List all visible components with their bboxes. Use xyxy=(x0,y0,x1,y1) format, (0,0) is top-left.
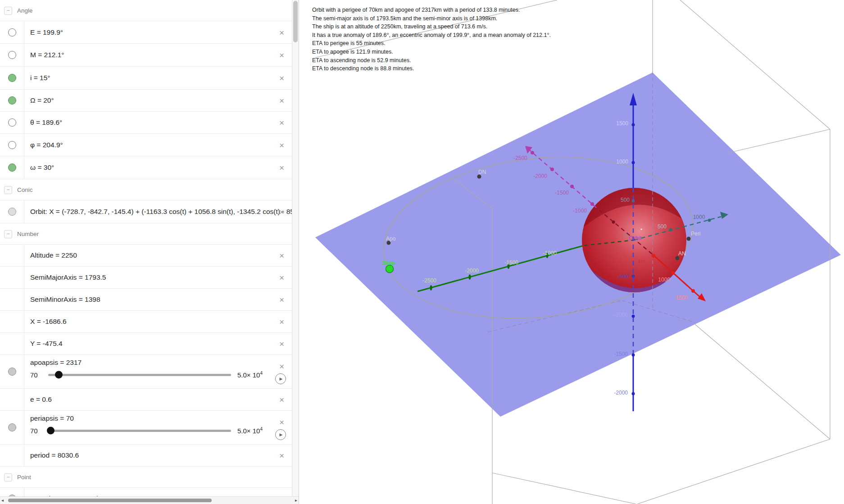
section-title: Angle xyxy=(17,7,33,14)
close-icon[interactable]: × xyxy=(279,96,284,105)
scroll-right-arrow-icon[interactable]: ▸ xyxy=(295,497,297,504)
row-omega: ω = 30° × xyxy=(0,156,292,179)
z-tick-label-neg500: -500 xyxy=(618,273,629,280)
visibility-marble[interactable] xyxy=(8,118,16,127)
close-icon[interactable]: × xyxy=(279,340,284,348)
collapse-button[interactable]: − xyxy=(4,230,12,238)
collapse-button[interactable]: − xyxy=(4,7,12,15)
z-tick-label-500: 500 xyxy=(621,197,630,203)
value-text[interactable]: Altitude = 2250 xyxy=(24,251,292,259)
z-tick-label-neg1500: -1500 xyxy=(614,351,628,357)
horizontal-scrollbar-thumb[interactable] xyxy=(8,499,212,502)
geogebra-window: − Angle E = 199.9° × M = 212.1° × i = 15… xyxy=(0,0,844,504)
x-tick-1000 xyxy=(671,271,675,275)
close-icon[interactable]: × xyxy=(279,51,284,59)
value-text[interactable]: e = 0.6 xyxy=(24,395,292,404)
close-icon[interactable]: × xyxy=(279,28,284,36)
x-tick-500 xyxy=(652,254,655,258)
visibility-marble[interactable] xyxy=(8,74,16,82)
slider-min-label: 70 xyxy=(30,427,48,435)
point-ship[interactable] xyxy=(386,265,394,273)
row-y: Y = -475.4 × xyxy=(0,333,292,355)
section-title: Conic xyxy=(17,186,33,193)
visibility-marble[interactable] xyxy=(8,28,16,36)
z-tick-1000 xyxy=(632,161,635,164)
slider-value-label[interactable]: periapsis = 70 xyxy=(30,414,292,422)
collapse-button[interactable]: − xyxy=(4,473,12,481)
value-text[interactable]: Orbit: X = (-728.7, -842.7, -145.4) + (-… xyxy=(24,208,292,216)
value-text[interactable]: i = 15° xyxy=(24,74,292,82)
close-icon[interactable]: × xyxy=(279,318,284,326)
row-M: M = 212.1° × xyxy=(0,44,292,67)
close-icon[interactable]: × xyxy=(279,362,284,371)
y-tick-label-1000: 1000 xyxy=(693,214,705,220)
collapse-button[interactable]: − xyxy=(4,186,12,194)
row-an-point: AN = (663.8, 241.6, 0) × xyxy=(0,488,292,497)
scene-canvas[interactable]: 15001000500-500-1000-1500-2000-2500-2000… xyxy=(299,0,844,504)
close-icon[interactable]: × xyxy=(279,208,284,216)
x-tick-neg2500 xyxy=(531,151,534,154)
value-text[interactable]: SemiMajorAxis = 1793.5 xyxy=(24,273,292,282)
vertical-scrollbar[interactable] xyxy=(292,0,299,497)
close-icon[interactable]: × xyxy=(279,118,284,127)
periapsis-slider-thumb[interactable] xyxy=(47,427,54,435)
value-text[interactable]: SemiMinorAxis = 1398 xyxy=(24,295,292,304)
section-header-number: − Number xyxy=(0,223,292,245)
apoapsis-slider-track[interactable] xyxy=(48,374,231,376)
value-text[interactable]: Y = -475.4 xyxy=(24,340,292,348)
close-icon[interactable]: × xyxy=(279,273,284,282)
point-periapsis[interactable] xyxy=(687,237,691,241)
visibility-marble[interactable] xyxy=(8,141,16,149)
visibility-marble[interactable] xyxy=(8,163,16,172)
visibility-marble[interactable] xyxy=(8,368,16,376)
y-tick-label-neg2000: -2000 xyxy=(465,268,479,274)
close-icon[interactable]: × xyxy=(279,395,284,404)
value-text[interactable]: period = 8030.6 xyxy=(24,451,292,459)
x-tick-label-neg2500: -2500 xyxy=(513,155,527,161)
scroll-left-arrow-icon[interactable]: ◂ xyxy=(1,497,4,504)
graphics-3d-view[interactable]: 15001000500-500-1000-1500-2000-2500-2000… xyxy=(299,0,844,504)
visibility-marble[interactable] xyxy=(8,96,16,104)
y-tick-neg2000 xyxy=(468,274,471,280)
slider-min-label: 70 xyxy=(30,371,48,379)
close-icon[interactable]: × xyxy=(279,295,284,304)
x-tick-neg2000 xyxy=(550,168,554,171)
close-icon[interactable]: × xyxy=(279,251,284,260)
value-text[interactable]: ω = 30° xyxy=(24,163,292,172)
close-icon[interactable]: × xyxy=(279,141,284,149)
z-tick-neg1000 xyxy=(632,315,635,318)
value-text[interactable]: X = -1686.6 xyxy=(24,318,292,326)
value-text[interactable]: M = 212.1° xyxy=(24,51,292,59)
label-ascending-node: AN xyxy=(678,250,686,257)
visibility-marble[interactable] xyxy=(8,208,16,216)
close-icon[interactable]: × xyxy=(279,451,284,460)
x-tick-label-1500: 1500 xyxy=(676,295,688,301)
animate-play-button[interactable]: ▶ xyxy=(275,373,286,384)
slider-value-label[interactable]: apoapsis = 2317 xyxy=(30,359,292,367)
row-x: X = -1686.6 × xyxy=(0,311,292,333)
close-icon[interactable]: × xyxy=(279,418,284,427)
value-text[interactable]: φ = 204.9° xyxy=(24,141,292,149)
orbital-plane xyxy=(315,73,841,417)
horizontal-scrollbar[interactable]: ◂ ▸ xyxy=(0,496,299,504)
close-icon[interactable]: × xyxy=(279,74,284,82)
info-line: ETA to perigee is 55 minutes. xyxy=(312,39,551,48)
close-icon[interactable]: × xyxy=(279,163,284,172)
value-text[interactable]: θ = 189.6° xyxy=(24,118,292,127)
x-tick-label-neg2000: -2000 xyxy=(533,173,547,179)
row-eccentricity: e = 0.6 × xyxy=(0,389,292,411)
x-tick-neg1000 xyxy=(590,202,594,206)
periapsis-slider-track[interactable] xyxy=(48,430,231,432)
vertical-scrollbar-thumb[interactable] xyxy=(293,1,298,42)
label-orbit: Orbit xyxy=(629,235,642,241)
visibility-marble[interactable] xyxy=(8,51,16,59)
apoapsis-slider-thumb[interactable] xyxy=(55,371,63,379)
visibility-marble[interactable] xyxy=(8,423,16,431)
value-text[interactable]: E = 199.9° xyxy=(24,28,292,36)
info-line: The semi-major axis is of 1793.5km and t… xyxy=(312,14,551,23)
animate-play-button[interactable]: ▶ xyxy=(275,429,286,440)
row-E: E = 199.9° × xyxy=(0,21,292,44)
label-descending-node: DN xyxy=(478,169,486,175)
info-line: ETA to ascending node is 52.9 minutes. xyxy=(312,56,551,65)
value-text[interactable]: Ω = 20° xyxy=(24,96,292,104)
